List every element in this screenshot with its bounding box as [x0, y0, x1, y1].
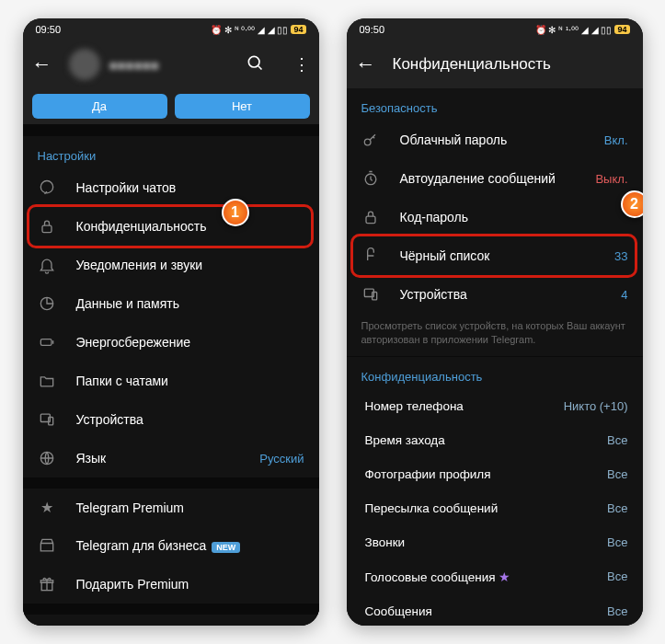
row-devices[interactable]: Устройства	[23, 400, 319, 439]
row-data[interactable]: Данные и память	[23, 284, 319, 323]
pie-icon	[38, 294, 56, 313]
svg-line-1	[258, 65, 261, 69]
back-icon[interactable]: ←	[356, 52, 376, 76]
block-icon	[361, 247, 380, 265]
row-phone[interactable]: Номер телефона Никто (+10)	[347, 389, 643, 423]
calls-value: Все	[607, 535, 627, 549]
row-business[interactable]: Telegram для бизнесаNEW	[23, 526, 319, 565]
status-battery: 94	[614, 25, 629, 34]
svg-rect-8	[48, 418, 52, 425]
status-battery: 94	[291, 25, 305, 34]
row-voice[interactable]: Голосовые сообщения ★ Все	[347, 559, 643, 594]
row-cloud-password[interactable]: Облачный пароль Вкл.	[347, 121, 643, 159]
new-badge: NEW	[212, 542, 240, 553]
store-icon	[38, 536, 56, 555]
confirm-buttons: Да Нет	[23, 88, 319, 125]
row-photos[interactable]: Фотографии профиля Все	[347, 457, 643, 491]
forwards-value: Все	[607, 501, 627, 515]
globe-icon	[38, 449, 56, 467]
phone-screenshot-1: 09:50 ⏰ ✻ ᴺ ⁰·⁰⁰ ◢ ◢ ▯▯ 94 ← ●●●●●● ⋮ Да…	[23, 18, 319, 626]
search-icon[interactable]	[246, 53, 264, 76]
svg-rect-22	[372, 293, 376, 300]
lastseen-value: Все	[607, 433, 627, 447]
status-icons: ⏰ ✻ ᴺ ¹·⁰⁰ ◢ ◢ ▯▯	[535, 25, 613, 35]
lock-icon	[361, 208, 380, 226]
row-calls[interactable]: Звонки Все	[347, 525, 643, 559]
page-title: Конфиденциальность	[393, 55, 634, 74]
row-forwards[interactable]: Пересылка сообщений Все	[347, 491, 643, 525]
profile-name: ●●●●●●	[109, 57, 159, 73]
section-privacy-2: Конфиденциальность	[347, 357, 643, 389]
status-bar: 09:50 ⏰ ✻ ᴺ ⁰·⁰⁰ ◢ ◢ ▯▯ 94	[23, 18, 319, 40]
devices-icon	[38, 410, 56, 429]
row-power[interactable]: Энергосбережение	[23, 323, 319, 362]
app-header: ← Конфиденциальность	[347, 40, 643, 88]
no-button[interactable]: Нет	[175, 94, 310, 119]
yes-button[interactable]: Да	[32, 94, 167, 119]
lock-icon	[38, 217, 56, 236]
chat-icon	[38, 178, 56, 197]
privacy-content: Безопасность Облачный пароль Вкл. Автоуд…	[347, 88, 643, 626]
settings-content: Да Нет Настройки Настройки чатов Конфиде…	[23, 88, 319, 626]
devices-help-text: Просмотреть список устройств, на которых…	[347, 314, 643, 356]
bell-icon	[38, 256, 56, 274]
autodelete-value: Выкл.	[595, 172, 627, 186]
marker-1: 1	[222, 199, 249, 226]
devices-value: 4	[621, 288, 627, 302]
app-header: ← ●●●●●● ⋮	[23, 40, 319, 88]
blacklist-value: 33	[614, 249, 627, 263]
row-privacy[interactable]: Конфиденциальность	[23, 207, 319, 246]
svg-point-0	[248, 56, 259, 67]
messages-value: Все	[607, 604, 627, 618]
cloud-password-value: Вкл.	[604, 133, 628, 147]
timer-icon	[361, 169, 380, 188]
phone-screenshot-2: 09:50 ⏰ ✻ ᴺ ¹·⁰⁰ ◢ ◢ ▯▯ 94 ← Конфиденциа…	[347, 18, 643, 626]
row-language[interactable]: Язык Русский	[23, 439, 319, 477]
status-right: ⏰ ✻ ᴺ ¹·⁰⁰ ◢ ◢ ▯▯ 94	[535, 25, 630, 35]
svg-point-2	[40, 181, 52, 193]
section-settings: Настройки	[23, 136, 319, 168]
row-gift[interactable]: Подарить Premium	[23, 565, 319, 604]
row-lastseen[interactable]: Время захода Все	[347, 423, 643, 457]
svg-rect-20	[366, 216, 375, 224]
avatar	[69, 49, 100, 80]
photos-value: Все	[607, 467, 627, 481]
row-premium[interactable]: ★ Telegram Premium	[23, 489, 319, 526]
star-icon: ★	[499, 570, 510, 584]
folder-icon	[38, 372, 56, 390]
row-devices-2[interactable]: Устройства 4	[347, 275, 643, 314]
battery-icon	[38, 333, 56, 351]
row-notifications[interactable]: Уведомления и звуки	[23, 246, 319, 284]
status-icons: ⏰ ✻ ᴺ ⁰·⁰⁰ ◢ ◢ ▯▯	[211, 25, 288, 35]
row-autodelete[interactable]: Автоудаление сообщений Выкл.	[347, 159, 643, 198]
row-passcode[interactable]: Код-пароль	[347, 198, 643, 236]
svg-rect-5	[40, 339, 52, 346]
row-chat-settings[interactable]: Настройки чатов	[23, 168, 319, 207]
key-icon	[361, 131, 380, 149]
gift-icon	[38, 575, 56, 593]
svg-point-18	[364, 139, 371, 145]
profile-header[interactable]: ●●●●●●	[69, 49, 216, 80]
voice-value: Все	[607, 569, 627, 583]
status-bar: 09:50 ⏰ ✻ ᴺ ¹·⁰⁰ ◢ ◢ ▯▯ 94	[347, 18, 643, 40]
back-icon[interactable]: ←	[32, 52, 52, 76]
status-time: 09:50	[36, 24, 62, 35]
status-right: ⏰ ✻ ᴺ ⁰·⁰⁰ ◢ ◢ ▯▯ 94	[211, 25, 305, 35]
row-blacklist[interactable]: Чёрный список 33	[347, 236, 643, 275]
section-security: Безопасность	[347, 88, 643, 121]
more-icon[interactable]: ⋮	[293, 54, 310, 75]
devices-icon	[361, 285, 380, 304]
language-value: Русский	[259, 452, 304, 466]
row-messages[interactable]: Сообщения Все	[347, 594, 643, 626]
row-folders[interactable]: Папки с чатами	[23, 362, 319, 400]
section-help: Помощь	[23, 615, 319, 626]
status-time: 09:50	[360, 24, 385, 35]
svg-rect-3	[42, 225, 52, 233]
phone-value: Никто (+10)	[564, 399, 628, 413]
star-icon: ★	[38, 499, 56, 516]
